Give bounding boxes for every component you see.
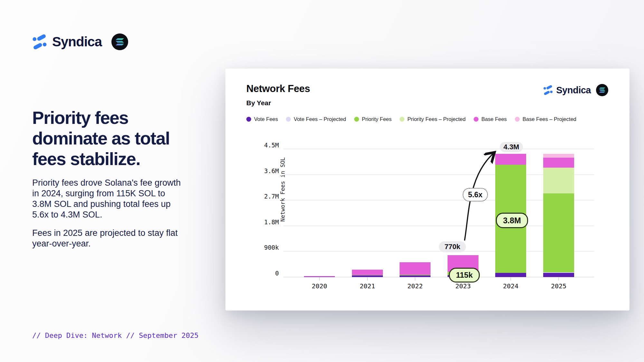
bar-2025 <box>543 154 574 277</box>
chart-card: Network Fees By Year Syndica Vote FeesVo… <box>225 69 630 311</box>
legend-label: Base Fees – Projected <box>523 116 576 122</box>
y-tick-label: 4.5M <box>264 142 279 149</box>
x-tick <box>415 277 415 281</box>
x-tick-label: 2023 <box>444 282 482 290</box>
bar-segment <box>543 158 574 167</box>
y-tick-label: 2.7M <box>264 193 279 200</box>
annotation-total-2023: 770k <box>439 241 466 252</box>
bar-segment <box>400 262 431 275</box>
syndica-logo-icon <box>32 34 47 49</box>
x-tick-label: 2024 <box>491 282 530 290</box>
bar-segment <box>352 270 383 275</box>
summary-text: Priority fees drove Solana's fee growth … <box>32 178 186 257</box>
x-tick <box>367 277 368 281</box>
bar-segment <box>543 273 574 277</box>
solana-logo-icon <box>596 84 608 96</box>
legend-dot-icon <box>515 117 520 122</box>
x-tick-label: 2022 <box>396 282 434 290</box>
x-tick-label: 2021 <box>348 282 387 290</box>
page-title-line: Priority fees <box>32 107 170 128</box>
legend-label: Priority Fees – Projected <box>407 116 466 122</box>
annotation-growth-multiplier: 5.6x <box>463 188 488 201</box>
annotation-priority-2024: 3.8M <box>496 213 528 228</box>
legend-dot-icon <box>354 117 359 122</box>
bar-segment <box>495 154 526 165</box>
legend-item: Vote Fees – Projected <box>286 116 346 122</box>
x-tick-label: 2020 <box>300 282 339 290</box>
y-tick-label: 3.6M <box>264 167 279 174</box>
legend-dot-icon <box>286 117 291 122</box>
legend-dot-icon <box>400 117 404 122</box>
x-tick <box>558 277 559 281</box>
syndica-wordmark: Syndica <box>52 34 102 50</box>
summary-paragraph: Priority fees drove Solana's fee growth … <box>32 178 186 220</box>
solana-logo-icon <box>111 33 128 50</box>
bar-segment <box>543 193 574 272</box>
legend-label: Vote Fees <box>254 116 278 122</box>
chart-plot-area: Network Fees in SOL 0900k1.8M2.7M3.6M4.5… <box>283 149 594 277</box>
y-tick-label: 0 <box>275 270 279 277</box>
bar-2022 <box>400 262 431 277</box>
y-tick-label: 900k <box>264 244 279 251</box>
legend-item: Priority Fees – Projected <box>400 116 466 122</box>
bar-segment <box>495 273 526 277</box>
legend-label: Vote Fees – Projected <box>294 116 346 122</box>
legend-dot-icon <box>246 117 251 122</box>
slide: { "brand": { "name": "Syndica", "logo_bl… <box>0 0 644 362</box>
chart-title: Network Fees <box>246 83 310 95</box>
bar-segment <box>543 168 574 193</box>
gridline <box>283 149 594 149</box>
x-tick <box>510 277 511 281</box>
annotation-total-2024: 4.3M <box>500 142 523 152</box>
x-tick-label: 2025 <box>539 282 578 290</box>
bar-2021 <box>352 270 383 277</box>
legend-item: Priority Fees <box>354 116 392 122</box>
chart-legend: Vote FeesVote Fees – ProjectedPriority F… <box>246 116 610 122</box>
chart-subtitle: By Year <box>246 99 271 107</box>
annotation-priority-2023: 115k <box>449 268 480 283</box>
card-brand: Syndica <box>543 84 608 96</box>
legend-item: Base Fees – Projected <box>515 116 576 122</box>
legend-label: Priority Fees <box>362 116 392 122</box>
y-tick-label: 1.8M <box>264 218 279 226</box>
legend-dot-icon <box>474 117 478 122</box>
page-title: Priority fees dominate as total fees sta… <box>32 107 170 169</box>
bar-segment <box>543 154 574 158</box>
page-title-line: fees stabilize. <box>32 149 170 169</box>
legend-item: Vote Fees <box>246 116 278 122</box>
header-brand: Syndica <box>32 33 128 50</box>
legend-label: Base Fees <box>481 116 507 122</box>
x-tick <box>319 277 320 281</box>
summary-paragraph: Fees in 2025 are projected to stay flat … <box>32 228 186 249</box>
footer-caption: // Deep Dive: Network // September 2025 <box>32 331 199 339</box>
legend-item: Base Fees <box>474 116 507 122</box>
page-title-line: dominate as total <box>32 128 170 149</box>
syndica-wordmark: Syndica <box>556 85 591 96</box>
syndica-logo-icon <box>543 85 553 95</box>
